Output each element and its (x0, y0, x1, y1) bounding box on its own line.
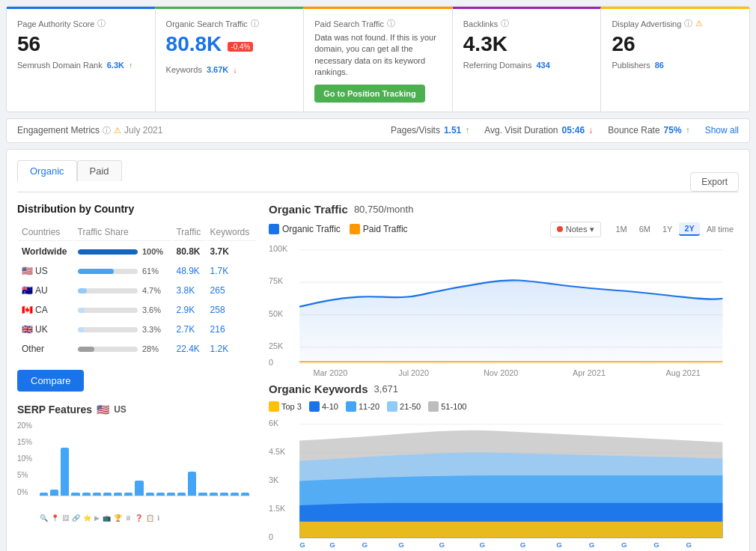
country-cell: 🇬🇧UK (19, 320, 73, 338)
display-advertising-sub: Publishers 86 (612, 61, 739, 70)
left-panel: Distribution by Country Countries Traffi… (17, 203, 257, 551)
svg-text:G: G (398, 541, 404, 549)
display-advertising-title: Display Advertising ⓘ ⚠ (612, 18, 739, 29)
traffic-cell[interactable]: 80.8K (173, 243, 205, 261)
svg-text:1.5K: 1.5K (269, 503, 286, 512)
pages-visits-metric: Pages/Visits 1.51 ↑ (391, 125, 469, 136)
avg-visit-value[interactable]: 05:46 (562, 125, 585, 136)
paid-search-title: Paid Search Traffic ⓘ (314, 18, 442, 29)
keywords-cell[interactable]: 216 (207, 320, 255, 338)
svg-text:100K: 100K (269, 244, 288, 253)
keywords-cell[interactable]: 1.7K (207, 262, 255, 280)
export-button[interactable]: Export (690, 172, 739, 192)
tab-organic[interactable]: Organic (17, 160, 77, 182)
display-advertising-card: Display Advertising ⓘ ⚠ 26 Publishers 86 (601, 7, 749, 112)
serp-y-axis: 20% 15% 10% 5% 0% (17, 421, 38, 496)
page-authority-card: Page Authority Score ⓘ 56 Semrush Domain… (7, 7, 156, 112)
traffic-cell[interactable]: 2.9K (173, 301, 205, 319)
country-cell: Other (19, 340, 73, 358)
time-btn-1m[interactable]: 1M (610, 222, 632, 236)
keywords-cell[interactable]: 258 (207, 301, 255, 319)
traffic-cell[interactable]: 48.9K (173, 262, 205, 280)
svg-text:G: G (621, 541, 627, 549)
svg-text:6K: 6K (269, 418, 279, 427)
organic-traffic-subtitle: 80,750/month (354, 204, 414, 215)
metrics-row: Page Authority Score ⓘ 56 Semrush Domain… (6, 6, 750, 112)
goto-position-tracking-button[interactable]: Go to Position Tracking (314, 85, 424, 103)
traffic-cell[interactable]: 2.7K (173, 320, 205, 338)
main-content: Distribution by Country Countries Traffi… (17, 203, 739, 551)
svg-text:G: G (589, 541, 595, 549)
col-traffic: Traffic (173, 224, 205, 241)
traffic-share-cell: 3.3% (75, 320, 172, 338)
serp-bar (82, 493, 91, 496)
keywords-chart-wrapper: 6K 4.5K 3K 1.5K 0 (269, 416, 739, 551)
organic-traffic-chart: 100K 75K 50K 25K 0 (269, 242, 739, 371)
organic-keywords-value: 3,671 (374, 383, 399, 395)
kw-top3-checkbox[interactable] (269, 401, 279, 412)
organic-search-sub: Keywords 3.67K ↓ (166, 65, 293, 74)
organic-search-value: 80.8K (166, 32, 222, 56)
svg-text:0: 0 (269, 357, 273, 366)
kw-11-20-checkbox[interactable] (346, 401, 356, 412)
domain-rank-value[interactable]: 6.3K (107, 61, 124, 70)
kw-4-10-checkbox[interactable] (309, 401, 320, 412)
serp-title: SERP Features 🇺🇸 US (17, 404, 257, 415)
serp-bar (146, 493, 154, 496)
traffic-share-cell: 61% (75, 262, 172, 280)
time-btn-alltime[interactable]: All time (701, 222, 739, 236)
serp-bar (188, 472, 196, 496)
keywords-cell[interactable]: 3.7K (207, 243, 255, 261)
info-icon[interactable]: ⓘ (97, 18, 106, 29)
paid-traffic-checkbox[interactable] (350, 224, 360, 234)
avg-visit-arrow: ↓ (588, 125, 593, 136)
country-cell: 🇨🇦CA (19, 301, 73, 319)
serp-bar (156, 493, 165, 496)
pages-visits-value[interactable]: 1.51 (444, 125, 461, 136)
referring-domains-value[interactable]: 434 (536, 61, 549, 70)
organic-search-card: Organic Search Traffic ⓘ 80.8K -0.4% Key… (156, 7, 305, 112)
chart-controls: Organic Traffic Paid Traffic Notes ▾ (269, 222, 739, 237)
tab-paid[interactable]: Paid (77, 160, 122, 181)
organic-traffic-chart-title: Organic Traffic (269, 203, 348, 216)
svg-text:Aug 2021: Aug 2021 (666, 368, 701, 377)
kw-21-50-checkbox[interactable] (387, 401, 397, 412)
right-panel: Organic Traffic 80,750/month Organic Tra… (269, 203, 739, 551)
traffic-cell[interactable]: 22.4K (173, 340, 205, 358)
keywords-cell[interactable]: 1.2K (207, 340, 255, 358)
keywords-cell[interactable]: 265 (207, 281, 255, 299)
organic-traffic-checkbox[interactable] (269, 224, 279, 234)
traffic-cell[interactable]: 3.8K (173, 281, 205, 299)
col-keywords: Keywords (207, 224, 255, 241)
compare-button[interactable]: Compare (17, 370, 84, 392)
publishers-value[interactable]: 86 (655, 61, 664, 70)
distribution-title: Distribution by Country (17, 203, 257, 215)
kw-4-10-legend: 4-10 (309, 401, 338, 412)
organic-info-icon[interactable]: ⓘ (251, 18, 259, 29)
paid-info-icon[interactable]: ⓘ (387, 18, 395, 29)
svg-text:4.5K: 4.5K (269, 447, 286, 456)
notes-button[interactable]: Notes ▾ (550, 222, 602, 237)
time-btn-2y[interactable]: 2Y (679, 222, 699, 236)
svg-text:Apr 2021: Apr 2021 (573, 368, 606, 377)
time-btn-1y[interactable]: 1Y (657, 222, 677, 236)
backlinks-info-icon[interactable]: ⓘ (501, 18, 509, 29)
serp-bar (103, 493, 112, 496)
engagement-warn-icon: ⚠ (114, 126, 121, 136)
bounce-rate-value[interactable]: 75% (664, 125, 682, 136)
time-btn-6m[interactable]: 6M (634, 222, 656, 236)
svg-text:50K: 50K (269, 308, 284, 317)
serp-bar (241, 493, 249, 496)
page-authority-sub: Semrush Domain Rank 6.3K ↑ (17, 61, 144, 70)
kw-51-100-checkbox[interactable] (428, 401, 439, 412)
serp-bar (198, 493, 207, 496)
keywords-value[interactable]: 3.67K (207, 65, 228, 74)
svg-text:G: G (439, 541, 445, 549)
engagement-label: Engagement Metrics ⓘ ⚠ July 2021 (17, 125, 162, 136)
show-all-link[interactable]: Show all (705, 125, 739, 136)
col-traffic-share: Traffic Share (75, 224, 172, 241)
svg-text:G: G (480, 541, 486, 549)
display-info-icon[interactable]: ⓘ (684, 18, 692, 29)
time-buttons: 1M 6M 1Y 2Y All time (610, 222, 739, 236)
engagement-info-icon[interactable]: ⓘ (103, 125, 111, 136)
